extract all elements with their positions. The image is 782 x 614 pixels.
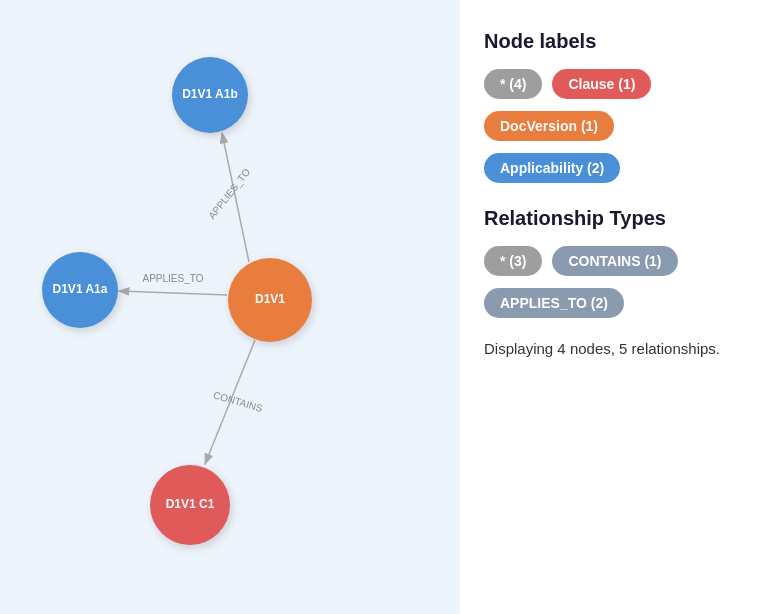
- edge-label-contains: CONTAINS: [212, 389, 264, 414]
- node-d1v1-a1a[interactable]: [42, 252, 118, 328]
- badge-rel-contains[interactable]: CONTAINS (1): [552, 246, 677, 276]
- badge-wildcard[interactable]: * (4): [484, 69, 542, 99]
- node-d1v1-a1b[interactable]: [172, 57, 248, 133]
- edge-applies-to-a1a: [119, 291, 227, 295]
- node-d1v1-c1[interactable]: [150, 465, 230, 545]
- node-labels-row-2: DocVersion (1): [484, 111, 758, 141]
- node-labels-row: * (4) Clause (1): [484, 69, 758, 99]
- rel-types-row-2: APPLIES_TO (2): [484, 288, 758, 318]
- legend-panel: Node labels * (4) Clause (1) DocVersion …: [460, 0, 782, 614]
- edge-label-applies-a1b: APPLIES_TO: [206, 166, 252, 221]
- node-d1v1[interactable]: [228, 258, 312, 342]
- node-labels-title: Node labels: [484, 30, 758, 53]
- node-labels-row-3: Applicability (2): [484, 153, 758, 183]
- badge-applicability[interactable]: Applicability (2): [484, 153, 620, 183]
- badge-rel-wildcard[interactable]: * (3): [484, 246, 542, 276]
- badge-clause[interactable]: Clause (1): [552, 69, 651, 99]
- graph-panel: APPLIES_TO APPLIES_TO CONTAINS D1V1 D1V1…: [0, 0, 460, 614]
- info-text: Displaying 4 nodes, 5 relationships.: [484, 338, 758, 361]
- relationship-section: Relationship Types * (3) CONTAINS (1) AP…: [484, 207, 758, 318]
- graph-svg: APPLIES_TO APPLIES_TO CONTAINS D1V1 D1V1…: [0, 0, 460, 614]
- badge-docversion[interactable]: DocVersion (1): [484, 111, 614, 141]
- badge-rel-applies-to[interactable]: APPLIES_TO (2): [484, 288, 624, 318]
- edge-label-applies-a1a: APPLIES_TO: [143, 273, 204, 284]
- relationship-types-title: Relationship Types: [484, 207, 758, 230]
- rel-types-row-1: * (3) CONTAINS (1): [484, 246, 758, 276]
